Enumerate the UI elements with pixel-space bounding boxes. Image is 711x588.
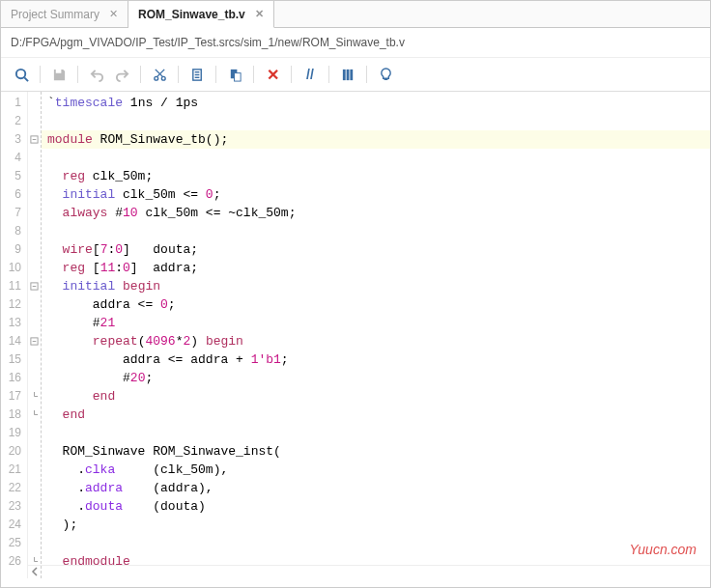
separator [140, 66, 141, 83]
tab-bar: Project Summary ✕ ROM_Sinwave_tb.v ✕ [1, 1, 710, 28]
line-number: 22 [1, 479, 27, 497]
line-number: 17 [1, 387, 27, 406]
fold-gutter-blank [28, 167, 41, 185]
svg-point-3 [161, 76, 165, 80]
separator [178, 66, 179, 83]
line-number: 11 [1, 277, 27, 295]
code-line[interactable] [42, 534, 710, 552]
code-line[interactable] [42, 112, 710, 130]
code-line[interactable] [42, 424, 710, 442]
code-line[interactable]: ); [42, 516, 710, 534]
hint-icon[interactable] [375, 64, 396, 85]
code-line[interactable]: #21 [42, 314, 710, 332]
tab-active-file[interactable]: ROM_Sinwave_tb.v ✕ [128, 1, 274, 28]
code-line[interactable]: ROM_Sinwave ROM_Sinwave_inst( [42, 442, 710, 461]
fold-marker-icon[interactable] [28, 277, 41, 295]
fold-gutter-blank [28, 222, 41, 240]
line-number: 3 [1, 130, 27, 149]
line-number: 2 [1, 112, 27, 130]
column-select-icon[interactable] [337, 64, 358, 85]
fold-gutter-blank [28, 314, 41, 332]
line-number: 14 [1, 332, 27, 350]
line-number: 13 [1, 314, 27, 332]
code-line[interactable]: initial clk_50m <= 0; [42, 185, 710, 204]
close-icon[interactable]: ✕ [109, 8, 118, 20]
line-number: 5 [1, 167, 27, 185]
undo-icon[interactable] [86, 64, 107, 85]
line-number: 10 [1, 259, 27, 277]
code-editor[interactable]: 1234567891011121314151617181920212223242… [1, 92, 710, 578]
cut-icon[interactable] [149, 64, 170, 85]
fold-gutter-blank [28, 259, 41, 277]
code-line[interactable]: .clka (clk_50m), [42, 461, 710, 479]
fold-marker-icon[interactable] [28, 130, 41, 149]
code-line[interactable]: end [42, 406, 710, 424]
fold-gutter-blank [28, 149, 41, 167]
copy-icon[interactable] [186, 64, 208, 85]
code-area[interactable]: `timescale 1ns / 1ps module ROM_Sinwave_… [42, 92, 710, 578]
svg-rect-11 [234, 72, 241, 80]
fold-gutter-blank [28, 534, 41, 552]
line-number: 12 [1, 295, 27, 314]
code-line[interactable]: wire[7:0] douta; [42, 240, 710, 259]
search-icon[interactable] [11, 64, 32, 85]
separator [253, 66, 254, 83]
comment-icon[interactable]: // [299, 64, 321, 85]
code-line[interactable]: module ROM_Sinwave_tb(); [42, 130, 710, 149]
separator [40, 66, 41, 83]
editor-toolbar: ✕ // [1, 58, 710, 92]
code-line[interactable]: addra <= 0; [42, 295, 710, 314]
code-line[interactable]: reg clk_50m; [42, 167, 710, 185]
line-number: 1 [1, 94, 27, 112]
code-line[interactable] [42, 222, 710, 240]
fold-gutter-blank [28, 185, 41, 204]
separator [328, 66, 329, 83]
svg-rect-13 [346, 69, 349, 79]
fold-gutter-blank [28, 240, 41, 259]
delete-icon[interactable]: ✕ [262, 64, 283, 85]
code-line[interactable]: end [42, 387, 710, 406]
code-line[interactable]: addra <= addra + 1'b1; [42, 350, 710, 369]
fold-gutter-blank [28, 424, 41, 442]
paste-icon[interactable] [224, 64, 245, 85]
svg-rect-14 [350, 69, 353, 79]
horizontal-scrollbar[interactable] [28, 565, 710, 578]
fold-marker-icon[interactable] [28, 332, 41, 350]
code-line[interactable]: repeat(4096*2) begin [42, 332, 710, 350]
line-number: 20 [1, 442, 27, 461]
code-line[interactable]: initial begin [42, 277, 710, 295]
separator [366, 66, 367, 83]
close-icon[interactable]: ✕ [255, 8, 264, 20]
line-number: 19 [1, 424, 27, 442]
svg-point-0 [15, 69, 24, 77]
fold-marker-icon[interactable] [28, 387, 41, 406]
fold-gutter-blank [28, 369, 41, 387]
tab-label: ROM_Sinwave_tb.v [138, 8, 245, 21]
redo-icon[interactable] [111, 64, 132, 85]
code-line[interactable]: .addra (addra), [42, 479, 710, 497]
line-number-gutter: 1234567891011121314151617181920212223242… [1, 92, 28, 578]
svg-point-2 [154, 76, 157, 80]
file-path: D:/FPGA/pgm_VIVADO/IP_Test/IP_Test.srcs/… [1, 28, 710, 58]
line-number: 15 [1, 350, 27, 369]
code-line[interactable]: `timescale 1ns / 1ps [42, 94, 710, 112]
fold-marker-icon[interactable] [28, 406, 41, 424]
save-icon[interactable] [48, 64, 70, 85]
tab-project-summary[interactable]: Project Summary ✕ [1, 1, 128, 27]
separator [77, 66, 78, 83]
line-number: 18 [1, 406, 27, 424]
fold-gutter-blank [28, 295, 41, 314]
code-line[interactable] [42, 149, 710, 167]
fold-gutter-blank [28, 204, 41, 222]
separator [215, 66, 216, 83]
code-line[interactable]: reg [11:0] addra; [42, 259, 710, 277]
fold-gutter-blank [28, 516, 41, 534]
code-line[interactable]: always #10 clk_50m <= ~clk_50m; [42, 204, 710, 222]
code-line[interactable]: .douta (douta) [42, 497, 710, 516]
code-line[interactable]: #20; [42, 369, 710, 387]
chevron-left-icon[interactable] [30, 567, 40, 576]
fold-gutter-blank [28, 497, 41, 516]
separator [291, 66, 292, 83]
line-number: 8 [1, 222, 27, 240]
fold-gutter-blank [28, 350, 41, 369]
